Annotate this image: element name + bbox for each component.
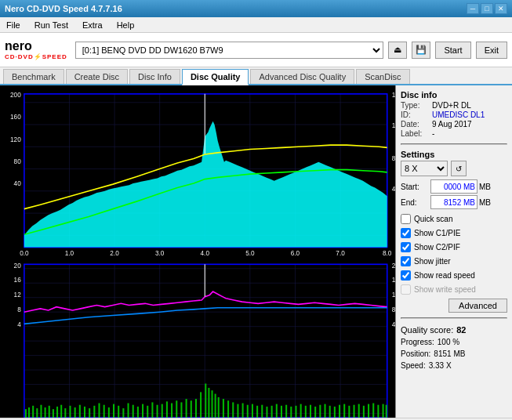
menu-extra[interactable]: Extra <box>79 19 106 31</box>
show-jitter-checkbox[interactable] <box>401 256 411 266</box>
svg-rect-134 <box>281 406 282 418</box>
svg-rect-92 <box>84 407 85 418</box>
eject-icon-button[interactable]: ⏏ <box>388 42 407 59</box>
progress-value: 100 % <box>438 338 459 346</box>
svg-rect-117 <box>205 384 206 418</box>
tab-create-disc[interactable]: Create Disc <box>66 69 128 84</box>
type-value: DVD+R DL <box>432 101 471 110</box>
svg-rect-78 <box>25 409 27 418</box>
svg-rect-105 <box>147 406 148 418</box>
svg-rect-88 <box>64 408 66 418</box>
svg-text:16: 16 <box>14 276 21 284</box>
label-value: - <box>432 129 434 138</box>
advanced-button[interactable]: Advanced <box>448 299 507 313</box>
svg-rect-144 <box>329 406 331 418</box>
svg-rect-102 <box>133 405 134 418</box>
menu-file[interactable]: File <box>3 19 24 31</box>
svg-rect-81 <box>36 408 38 418</box>
svg-rect-154 <box>377 405 379 418</box>
svg-rect-91 <box>79 405 81 418</box>
tab-disc-quality[interactable]: Disc Quality <box>182 69 249 85</box>
svg-rect-84 <box>49 406 50 418</box>
show-c1pie-checkbox[interactable] <box>401 228 411 238</box>
show-read-speed-label: Show read speed <box>414 271 475 280</box>
svg-text:4: 4 <box>17 320 21 328</box>
tab-advanced-disc-quality[interactable]: Advanced Disc Quality <box>250 69 354 84</box>
progress-label: Progress: <box>401 338 434 346</box>
svg-rect-101 <box>128 404 129 418</box>
svg-text:4: 4 <box>392 320 395 328</box>
svg-rect-94 <box>93 406 95 418</box>
show-c2pif-label: Show C2/PIF <box>414 243 460 252</box>
svg-rect-38 <box>0 260 395 418</box>
svg-rect-140 <box>310 405 311 418</box>
show-read-speed-checkbox[interactable] <box>401 270 411 281</box>
svg-rect-142 <box>319 405 321 418</box>
svg-rect-106 <box>151 402 153 418</box>
svg-rect-87 <box>60 405 62 418</box>
drive-select[interactable]: [0:1] BENQ DVD DD DW1620 B7W9 <box>75 42 384 59</box>
save-icon-button[interactable]: 💾 <box>412 42 430 59</box>
menu-bar: File Run Test Extra Help <box>0 17 512 33</box>
svg-rect-119 <box>211 390 212 418</box>
end-input[interactable] <box>430 195 478 209</box>
svg-rect-90 <box>74 407 76 418</box>
quick-scan-label: Quick scan <box>414 215 452 223</box>
svg-rect-126 <box>242 404 244 418</box>
svg-rect-99 <box>118 406 119 418</box>
svg-rect-116 <box>200 392 202 418</box>
svg-rect-130 <box>261 405 263 418</box>
svg-rect-96 <box>103 405 105 418</box>
maximize-button[interactable]: □ <box>481 3 493 14</box>
exit-button[interactable]: Exit <box>476 42 507 59</box>
menu-help[interactable]: Help <box>114 19 138 31</box>
svg-rect-86 <box>56 407 58 418</box>
svg-rect-113 <box>186 399 187 418</box>
quick-scan-checkbox[interactable] <box>401 214 411 224</box>
svg-text:12: 12 <box>14 290 21 298</box>
svg-rect-121 <box>218 397 220 418</box>
svg-rect-108 <box>162 404 163 418</box>
svg-rect-79 <box>28 407 30 418</box>
svg-rect-132 <box>271 406 273 418</box>
svg-rect-149 <box>354 405 355 418</box>
close-button[interactable]: ✕ <box>495 3 507 14</box>
disc-info-section: Disc info Type: DVD+R DL ID: UMEDISC DL1… <box>401 90 507 139</box>
svg-rect-150 <box>358 404 360 418</box>
start-input[interactable] <box>430 179 478 194</box>
tab-benchmark[interactable]: Benchmark <box>3 69 64 84</box>
settings-title: Settings <box>401 150 507 159</box>
tab-disc-info[interactable]: Disc Info <box>129 69 180 84</box>
svg-rect-89 <box>69 406 71 418</box>
menu-run-test[interactable]: Run Test <box>31 19 71 31</box>
svg-rect-138 <box>300 404 302 418</box>
tab-scandisc[interactable]: ScanDisc <box>356 69 409 84</box>
svg-rect-95 <box>98 404 100 418</box>
window-controls: ─ □ ✕ <box>467 3 507 14</box>
speed-row: Speed: 3.33 X <box>401 361 507 370</box>
date-label: Date: <box>401 120 429 129</box>
svg-rect-112 <box>180 402 182 418</box>
svg-text:200: 200 <box>10 91 21 99</box>
show-jitter-label: Show jitter <box>414 257 451 266</box>
show-c2pif-checkbox[interactable] <box>401 242 411 252</box>
minimize-button[interactable]: ─ <box>467 3 479 14</box>
svg-rect-145 <box>334 407 336 418</box>
refresh-icon-button[interactable]: ↺ <box>451 161 467 176</box>
svg-rect-148 <box>348 406 350 418</box>
svg-rect-128 <box>252 404 253 418</box>
start-button[interactable]: Start <box>435 42 470 59</box>
svg-text:20: 20 <box>14 261 21 269</box>
svg-rect-80 <box>32 406 34 418</box>
svg-text:8.0: 8.0 <box>383 249 392 257</box>
speed-select[interactable]: 8 X Max 4 X <box>401 161 448 176</box>
svg-rect-98 <box>113 404 114 418</box>
quality-score-value: 82 <box>456 325 466 335</box>
svg-rect-125 <box>237 404 238 418</box>
show-jitter-row: Show jitter <box>401 256 507 266</box>
side-panel: Disc info Type: DVD+R DL ID: UMEDISC DL1… <box>396 85 512 418</box>
label-label: Label: <box>401 129 429 138</box>
show-read-speed-row: Show read speed <box>401 270 507 281</box>
svg-text:8: 8 <box>17 306 21 313</box>
svg-text:80: 80 <box>14 158 21 165</box>
